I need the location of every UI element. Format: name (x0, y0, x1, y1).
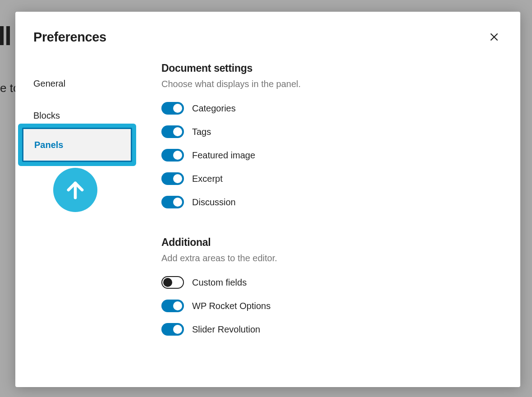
toggle-label: Tags (192, 127, 211, 137)
section-description: Choose what displays in the panel. (161, 79, 502, 89)
tab-panels-highlight: Panels (18, 124, 136, 166)
modal-title: Preferences (33, 30, 106, 45)
toggle-row-tags: Tags (161, 125, 502, 138)
section-document-settings: Document settings Choose what displays i… (161, 62, 502, 208)
section-description: Add extra areas to the editor. (161, 253, 502, 263)
toggle-row-featured-image: Featured image (161, 149, 502, 162)
toggle-row-discussion: Discussion (161, 196, 502, 208)
toggle-row-categories: Categories (161, 102, 502, 115)
toggle-row-slider-revolution: Slider Revolution (161, 323, 502, 336)
tab-panels[interactable]: Panels (22, 128, 132, 162)
modal-content: Document settings Choose what displays i… (154, 52, 520, 378)
toggle-featured-image[interactable] (161, 149, 184, 162)
section-additional: Additional Add extra areas to the editor… (161, 236, 502, 336)
tab-general[interactable]: General (15, 68, 154, 100)
toggle-label: Featured image (192, 150, 255, 161)
toggle-wp-rocket-options[interactable] (161, 300, 184, 312)
toggle-label: WP Rocket Options (192, 301, 271, 311)
toggle-label: Categories (192, 103, 236, 114)
toggle-label: Discussion (192, 197, 236, 208)
modal-header: Preferences (15, 12, 520, 52)
toggle-excerpt[interactable] (161, 172, 184, 185)
background-decoration (0, 26, 10, 45)
toggle-categories[interactable] (161, 102, 184, 115)
callout-arrow-badge (53, 168, 97, 212)
toggle-discussion[interactable] (161, 196, 184, 208)
close-button[interactable] (486, 29, 502, 45)
preferences-modal: Preferences General Blocks Panels Docume… (15, 12, 520, 387)
section-title: Additional (161, 236, 502, 249)
toggle-slider-revolution[interactable] (161, 323, 184, 336)
modal-sidebar: General Blocks Panels (15, 52, 154, 378)
close-icon (488, 31, 500, 43)
toggle-row-wp-rocket-options: WP Rocket Options (161, 300, 502, 312)
modal-body: General Blocks Panels Document settings … (15, 52, 520, 387)
toggle-label: Excerpt (192, 174, 223, 184)
arrow-up-icon (64, 178, 87, 202)
toggle-row-custom-fields: Custom fields (161, 276, 502, 289)
toggle-tags[interactable] (161, 125, 184, 138)
section-title: Document settings (161, 62, 502, 74)
toggle-label: Custom fields (192, 277, 247, 288)
toggle-row-excerpt: Excerpt (161, 172, 502, 185)
toggle-custom-fields[interactable] (161, 276, 184, 289)
toggle-label: Slider Revolution (192, 324, 260, 335)
